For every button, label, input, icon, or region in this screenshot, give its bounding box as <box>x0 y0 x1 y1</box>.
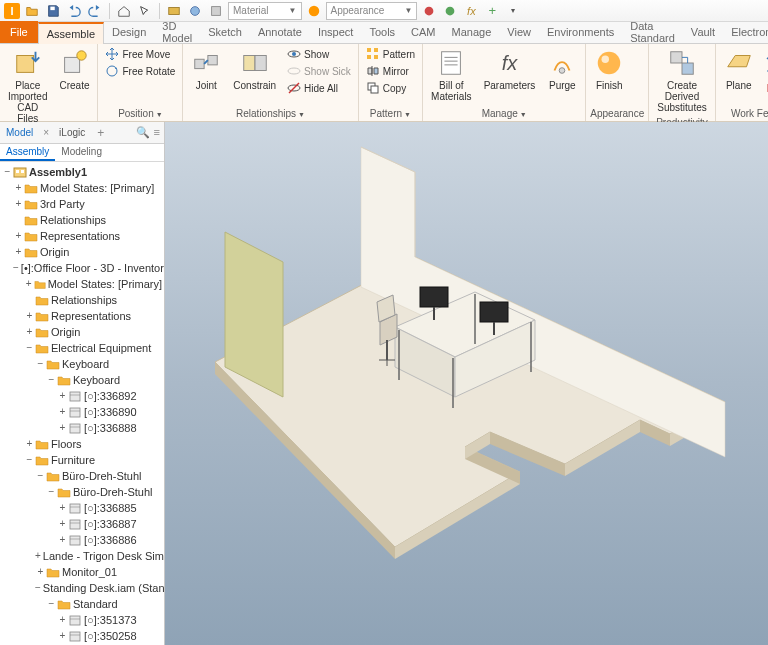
collapse-icon[interactable]: − <box>46 487 57 497</box>
purge-button[interactable]: Purge <box>543 46 581 93</box>
expand-icon[interactable]: + <box>35 567 46 577</box>
expand-icon[interactable]: + <box>24 279 34 289</box>
place-imported-button[interactable]: Place Imported CAD Files <box>4 46 51 126</box>
free-move-button[interactable]: Free Move <box>102 46 178 62</box>
search-icon[interactable]: 🔍 <box>136 126 150 139</box>
tab-electromechanical[interactable]: Electromechanical <box>723 21 768 43</box>
tree-node-office_floor[interactable]: −[•]:Office Floor - 3D - Inventor Collab… <box>0 260 164 276</box>
close-tab-icon[interactable]: × <box>39 127 53 138</box>
save-icon[interactable] <box>44 2 62 20</box>
tree-node-kb_2[interactable]: +[○]:336890 <box>0 404 164 420</box>
collapse-icon[interactable]: − <box>24 455 35 465</box>
tree-node-origin[interactable]: +Origin <box>0 244 164 260</box>
hide-all-button[interactable]: Hide All <box>284 80 354 96</box>
tree-node-furniture[interactable]: −Furniture <box>0 452 164 468</box>
show-button[interactable]: Show <box>284 46 354 62</box>
collapse-icon[interactable]: − <box>46 599 57 609</box>
tree-node-standing[interactable]: −Standing Desk.iam (Standing Des <box>0 580 164 596</box>
viewport-3d[interactable] <box>165 122 768 645</box>
subtab-assembly[interactable]: Assembly <box>0 144 55 161</box>
expand-icon[interactable]: + <box>13 199 24 209</box>
mirror-button[interactable]: Mirror <box>363 63 418 79</box>
expand-icon[interactable]: + <box>24 439 35 449</box>
constrain-button[interactable]: Constrain <box>229 46 280 93</box>
qat-more-icon[interactable]: ▾ <box>504 2 522 20</box>
tree-node-keyboard2[interactable]: −Keyboard <box>0 372 164 388</box>
point-button[interactable]: Point <box>762 63 768 79</box>
parameters-button[interactable]: fxParameters <box>480 46 540 93</box>
expand-icon[interactable]: + <box>57 615 68 625</box>
model-tree[interactable]: −Assembly1+Model States: [Primary]+3rd P… <box>0 162 164 645</box>
expand-icon[interactable]: + <box>57 535 68 545</box>
tree-node-buro_1[interactable]: +[○]:336885 <box>0 500 164 516</box>
open-icon[interactable] <box>23 2 41 20</box>
file-tab[interactable]: File <box>0 21 38 43</box>
collapse-icon[interactable]: − <box>35 359 46 369</box>
browser-tab-ilogic[interactable]: iLogic <box>53 124 91 141</box>
axis-button[interactable]: Axis <box>762 46 768 62</box>
tree-node-lande[interactable]: +Lande - Trigon Desk Simple 182 V <box>0 548 164 564</box>
expand-icon[interactable]: + <box>13 231 24 241</box>
appearance-combo[interactable]: Appearance▼ <box>326 2 418 20</box>
qat-tool2-icon[interactable] <box>186 2 204 20</box>
fx-icon[interactable]: fx <box>462 2 480 20</box>
tree-node-standard[interactable]: −Standard <box>0 596 164 612</box>
expand-icon[interactable]: + <box>57 391 68 401</box>
copy-button[interactable]: Copy <box>363 80 418 96</box>
tree-node-of_relationships[interactable]: Relationships <box>0 292 164 308</box>
expand-icon[interactable]: + <box>24 311 35 321</box>
undo-icon[interactable] <box>65 2 83 20</box>
tree-node-of_model_states[interactable]: +Model States: [Primary] <box>0 276 164 292</box>
browser-tab-model[interactable]: Model <box>0 124 39 141</box>
collapse-icon[interactable]: − <box>2 167 13 177</box>
tab-sketch[interactable]: Sketch <box>200 21 250 43</box>
browser-menu-icon[interactable]: ≡ <box>154 126 160 139</box>
color-ball2-icon[interactable] <box>441 2 459 20</box>
tree-node-representations[interactable]: +Representations <box>0 228 164 244</box>
finish-button[interactable]: Finish <box>590 46 628 93</box>
tree-node-sd_2[interactable]: +[○]:350258 <box>0 628 164 644</box>
collapse-icon[interactable]: − <box>24 343 35 353</box>
pattern-button[interactable]: Pattern <box>363 46 418 62</box>
expand-icon[interactable]: + <box>13 183 24 193</box>
tree-node-sd_1[interactable]: +[○]:351373 <box>0 612 164 628</box>
tab-vault[interactable]: Vault <box>683 21 723 43</box>
add-tab-icon[interactable]: + <box>91 126 110 140</box>
tab-tools[interactable]: Tools <box>361 21 403 43</box>
tree-node-buro_3[interactable]: +[○]:336886 <box>0 532 164 548</box>
color-ball1-icon[interactable] <box>420 2 438 20</box>
plane-button[interactable]: Plane <box>720 46 758 93</box>
tab-design[interactable]: Design <box>104 21 154 43</box>
expand-icon[interactable]: + <box>57 519 68 529</box>
ucs-button[interactable]: UCS <box>762 80 768 96</box>
tree-node-buro_2[interactable]: +[○]:336887 <box>0 516 164 532</box>
expand-icon[interactable]: + <box>57 503 68 513</box>
create-button[interactable]: Create <box>55 46 93 93</box>
tab-assemble[interactable]: Assemble <box>38 22 104 44</box>
expand-icon[interactable]: + <box>35 551 41 561</box>
qat-add-icon[interactable]: + <box>483 2 501 20</box>
tree-node-relationships[interactable]: Relationships <box>0 212 164 228</box>
tab-inspect[interactable]: Inspect <box>310 21 361 43</box>
tree-node-of_origin[interactable]: +Origin <box>0 324 164 340</box>
collapse-icon[interactable]: − <box>35 583 41 593</box>
free-rotate-button[interactable]: Free Rotate <box>102 63 178 79</box>
tree-node-keyboard1[interactable]: −Keyboard <box>0 356 164 372</box>
expand-icon[interactable]: + <box>57 407 68 417</box>
collapse-icon[interactable]: − <box>13 263 19 273</box>
material-combo[interactable]: Material▼ <box>228 2 302 20</box>
expand-icon[interactable]: + <box>57 631 68 641</box>
expand-icon[interactable]: + <box>24 327 35 337</box>
qat-tool-icon[interactable] <box>165 2 183 20</box>
tree-node-monitor[interactable]: +Monitor_01 <box>0 564 164 580</box>
expand-icon[interactable]: + <box>57 423 68 433</box>
tree-node-of_representations[interactable]: +Representations <box>0 308 164 324</box>
home-icon[interactable] <box>115 2 133 20</box>
tree-node-floors[interactable]: +Floors <box>0 436 164 452</box>
tree-node-third_party[interactable]: +3rd Party <box>0 196 164 212</box>
tab-annotate[interactable]: Annotate <box>250 21 310 43</box>
tree-node-root[interactable]: −Assembly1 <box>0 164 164 180</box>
collapse-icon[interactable]: − <box>35 471 46 481</box>
expand-icon[interactable]: + <box>13 247 24 257</box>
tab-view[interactable]: View <box>499 21 539 43</box>
